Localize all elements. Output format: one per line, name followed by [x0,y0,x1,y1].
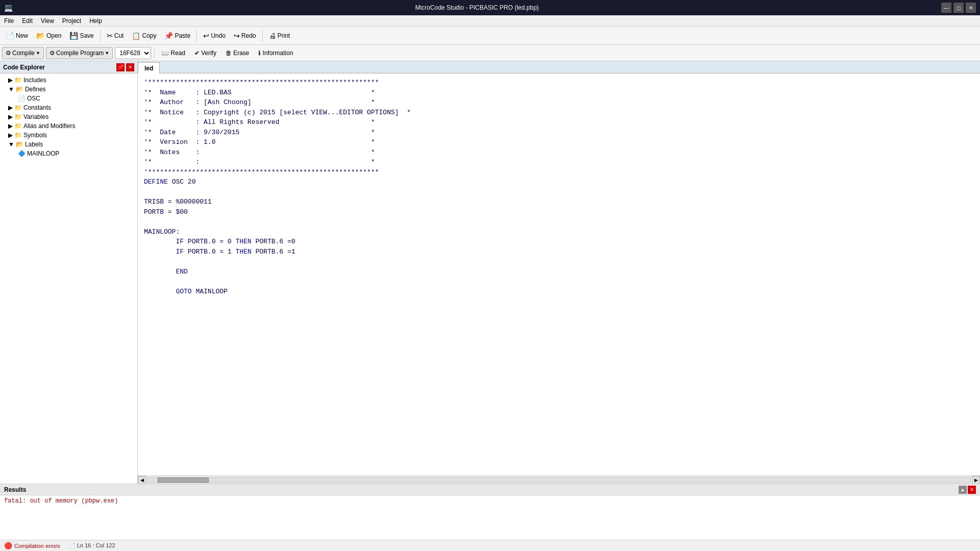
copy-icon: 📋 [132,32,140,40]
defines-folder-icon: 📂 [16,86,23,93]
titlebar-icon: 💻 [4,4,13,12]
scroll-left-button[interactable]: ◀ [138,476,146,484]
menu-view[interactable]: View [37,15,58,26]
symbols-folder-icon: 📁 [14,132,22,139]
tree-item-symbols[interactable]: ▶ 📁 Symbols [0,131,137,140]
tree-item-variables[interactable]: ▶ 📁 Variables [0,112,137,121]
results-panel: Results ▲ ✕ fatal: out of memory (pbpw.e… [0,484,980,540]
results-header: Results ▲ ✕ [0,484,980,495]
toolbar-separator-1 [100,30,101,42]
read-icon: 📖 [161,49,169,57]
save-icon: 💾 [69,32,78,40]
paste-button[interactable]: 📌 Paste [161,29,194,43]
undo-button[interactable]: ↩ Undo [200,29,229,43]
labels-folder-icon: 📂 [16,141,23,148]
menubar: File Edit View Project Help [0,15,980,27]
tree-item-alias[interactable]: ▶ 📁 Alias and Modifiers [0,121,137,131]
results-title: Results [4,486,26,493]
status-error: 🔴 Compilation errors [4,542,60,549]
sidebar-title: Code Explorer [3,64,45,71]
maximize-button[interactable]: ◻ [953,3,964,13]
information-button[interactable]: ℹ Information [255,47,297,59]
tree-expand-icon-constants: ▶ [8,104,13,111]
redo-icon: ↪ [234,32,240,40]
results-close-button[interactable]: ✕ [968,486,976,494]
toolbar2: ⚙ Compile ▼ ⚙ Compile Program ▼ 16F628 1… [0,45,980,61]
paste-icon: 📌 [164,32,173,40]
tree-item-defines[interactable]: ▼ 📂 Defines [0,85,137,94]
status-position: 📄 Ln 16 : Col 122 [68,542,115,549]
minimize-button[interactable]: — [941,3,951,13]
chip-select[interactable]: 16F628 16F84 16F877 18F452 [115,47,151,59]
sidebar-close-button[interactable]: ✕ [126,63,134,71]
close-button[interactable]: ✕ [966,3,976,13]
results-content: fatal: out of memory (pbpw.exe) [0,495,980,540]
tree-expand-icon: ▶ [8,77,13,84]
open-button[interactable]: 📂 Open [33,29,65,43]
tab-led[interactable]: led [138,62,160,73]
tree-expand-icon-variables: ▶ [8,113,13,120]
scroll-track[interactable] [147,477,971,483]
titlebar-controls: — ◻ ✕ [941,3,976,13]
results-controls: ▲ ✕ [959,486,976,494]
compile-button[interactable]: ⚙ Compile ▼ [2,47,44,59]
tree-item-osc[interactable]: 📄 OSC [0,94,137,103]
save-button[interactable]: 💾 Save [66,29,97,43]
sidebar-header: Code Explorer 📌 ✕ [0,61,137,73]
copy-button[interactable]: 📋 Copy [128,29,160,43]
tab-bar: led [138,61,980,73]
tree-item-includes[interactable]: ▶ 📁 Includes [0,76,137,85]
toolbar-separator-2 [197,30,197,42]
tree-expand-icon-symbols: ▶ [8,132,13,139]
erase-button[interactable]: 🗑 Erase [222,47,253,59]
toolbar2-separator-1 [154,48,155,58]
redo-button[interactable]: ↪ Redo [230,29,260,43]
sidebar: Code Explorer 📌 ✕ ▶ 📁 Includes ▼ 📂 Defin… [0,61,138,484]
compile-dropdown-arrow: ▼ [36,51,40,56]
constants-folder-icon: 📁 [14,104,22,111]
new-button[interactable]: 📄 New [2,29,32,43]
cut-icon: ✂ [107,32,113,40]
menu-project[interactable]: Project [58,15,85,26]
mainloop-item-icon: 🔷 [18,150,26,157]
editor-area: led '***********************************… [138,61,980,484]
alias-folder-icon: 📁 [14,122,22,130]
code-editor[interactable]: '***************************************… [138,73,980,475]
horizontal-scrollbar: ◀ ▶ [138,475,980,484]
menu-help[interactable]: Help [85,15,106,26]
read-button[interactable]: 📖 Read [158,47,189,59]
print-icon: 🖨 [269,32,276,40]
toolbar: 📄 New 📂 Open 💾 Save ✂ Cut 📋 Copy 📌 Paste… [0,27,980,45]
scroll-thumb[interactable] [158,478,209,483]
print-button[interactable]: 🖨 Print [265,29,294,43]
compile-program-button[interactable]: ⚙ Compile Program ▼ [46,47,113,59]
menu-edit[interactable]: Edit [18,15,37,26]
tree-expand-icon-labels: ▼ [8,141,14,148]
results-expand-button[interactable]: ▲ [959,486,967,494]
sidebar-tree: ▶ 📁 Includes ▼ 📂 Defines 📄 OSC [0,73,137,484]
compile-program-icon: ⚙ [50,49,55,57]
sidebar-controls: 📌 ✕ [116,63,134,71]
tree-expand-icon-defines: ▼ [8,86,14,93]
osc-item-icon: 📄 [18,95,26,102]
tree-item-mainloop[interactable]: 🔷 MAINLOOP [0,149,137,158]
tree-item-constants[interactable]: ▶ 📁 Constants [0,103,137,112]
tree-item-labels[interactable]: ▼ 📂 Labels [0,140,137,149]
document-icon: 📄 [68,542,76,548]
titlebar-title: MicroCode Studio - PICBASIC PRO (led.pbp… [13,4,941,11]
variables-folder-icon: 📁 [14,113,22,120]
menu-file[interactable]: File [0,15,18,26]
titlebar: 💻 MicroCode Studio - PICBASIC PRO (led.p… [0,0,980,15]
error-icon: 🔴 [4,542,12,549]
tree-expand-icon-alias: ▶ [8,122,13,130]
sidebar-pin-button[interactable]: 📌 [116,63,125,71]
compile-program-dropdown-arrow: ▼ [105,51,109,56]
main-area: Code Explorer 📌 ✕ ▶ 📁 Includes ▼ 📂 Defin… [0,61,980,484]
toolbar-separator-3 [262,30,263,42]
open-icon: 📂 [36,32,45,40]
information-icon: ℹ [258,49,261,57]
scroll-right-button[interactable]: ▶ [972,476,980,484]
compile-icon: ⚙ [6,49,11,57]
verify-button[interactable]: ✔ Verify [191,47,220,59]
cut-button[interactable]: ✂ Cut [103,29,128,43]
